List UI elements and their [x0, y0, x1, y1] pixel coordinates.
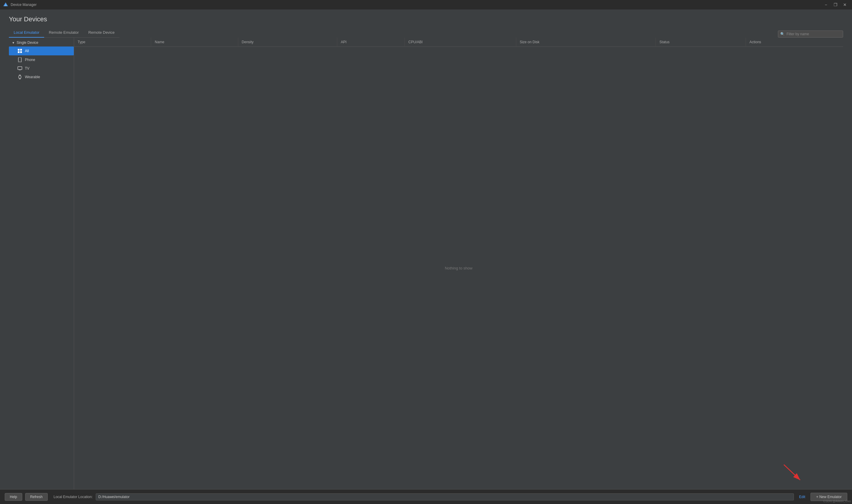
location-label: Local Emulator Location:: [54, 495, 93, 499]
close-button[interactable]: ✕: [841, 1, 849, 8]
col-name: Name: [151, 38, 238, 47]
device-table: Type Name Density API CPU/ABI Size on Di…: [74, 38, 843, 47]
sidebar-all-label: All: [25, 49, 29, 53]
new-emulator-button[interactable]: + New Emulator: [811, 493, 847, 501]
col-actions: Actions: [746, 38, 843, 47]
svg-rect-4: [18, 51, 20, 53]
help-button[interactable]: Help: [5, 493, 22, 501]
chevron-down-icon: ▼: [12, 41, 15, 44]
tv-icon: [17, 66, 22, 71]
filter-wrap: 🔍: [778, 31, 843, 38]
svg-rect-8: [18, 67, 22, 70]
tab-bar: Local Emulator Remote Emulator Remote De…: [9, 28, 119, 38]
page-title: Your Devices: [9, 15, 843, 23]
app-logo: [3, 2, 8, 7]
maximize-button[interactable]: ❐: [831, 1, 839, 8]
empty-message-text: Nothing to show: [445, 266, 472, 270]
table-area: Type Name Density API CPU/ABI Size on Di…: [74, 38, 843, 489]
wearable-icon: [17, 75, 22, 79]
phone-icon: [17, 57, 22, 62]
single-device-label: Single Device: [17, 40, 38, 45]
svg-rect-2: [18, 49, 20, 51]
app-title: Device Manager: [11, 3, 822, 7]
col-status: Status: [656, 38, 746, 47]
sidebar-item-tv[interactable]: TV: [9, 64, 74, 73]
filter-input[interactable]: [778, 31, 843, 38]
svg-rect-5: [20, 51, 22, 53]
sidebar-item-phone[interactable]: Phone: [9, 55, 74, 64]
col-density: Density: [238, 38, 337, 47]
sidebar-item-wearable[interactable]: Wearable: [9, 73, 74, 82]
col-api: API: [337, 38, 405, 47]
edit-link[interactable]: Edit: [799, 495, 805, 499]
tab-local-emulator[interactable]: Local Emulator: [9, 28, 44, 38]
window-controls: − ❐ ✕: [822, 1, 849, 8]
tab-remote-emulator[interactable]: Remote Emulator: [44, 28, 84, 38]
svg-point-7: [20, 61, 20, 62]
svg-rect-3: [20, 49, 22, 51]
tab-remote-device[interactable]: Remote Device: [84, 28, 119, 38]
col-type: Type: [74, 38, 151, 47]
content-area: ▼ Single Device All: [9, 38, 843, 489]
sidebar-item-all[interactable]: All: [9, 47, 74, 55]
location-input[interactable]: [96, 493, 794, 501]
refresh-button[interactable]: Refresh: [25, 493, 48, 501]
sidebar-wearable-label: Wearable: [25, 75, 40, 79]
table-empty-message: Nothing to show: [74, 47, 843, 489]
col-size: Size on Disk: [516, 38, 656, 47]
main-content: Your Devices Local Emulator Remote Emula…: [0, 10, 852, 489]
all-icon: [17, 49, 22, 53]
single-device-section[interactable]: ▼ Single Device: [9, 39, 74, 47]
col-cpu: CPU/ABI: [405, 38, 516, 47]
sidebar: ▼ Single Device All: [9, 38, 74, 489]
sidebar-tv-label: TV: [25, 66, 29, 71]
footer: Help Refresh Local Emulator Location: Ed…: [0, 489, 852, 504]
title-bar: Device Manager − ❐ ✕: [0, 0, 852, 10]
svg-point-11: [19, 76, 21, 78]
minimize-button[interactable]: −: [822, 1, 830, 8]
sidebar-phone-label: Phone: [25, 58, 35, 62]
